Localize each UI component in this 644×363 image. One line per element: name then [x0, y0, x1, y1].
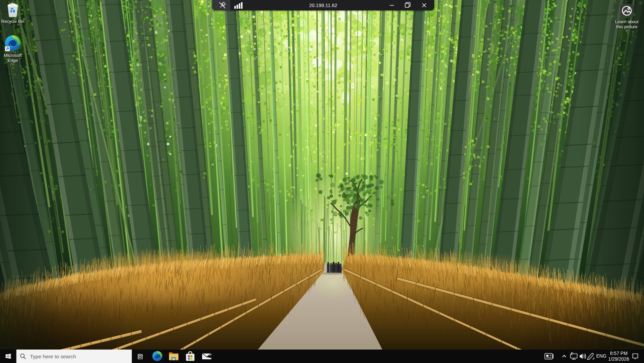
svg-text:1/29/2026: 1/29/2026	[608, 356, 629, 362]
svg-text:Type here to search: Type here to search	[30, 354, 76, 359]
svg-text:8:57 PM: 8:57 PM	[610, 351, 628, 356]
svg-text:20.199.11.62: 20.199.11.62	[309, 3, 337, 8]
svg-text:ENG: ENG	[596, 353, 606, 359]
